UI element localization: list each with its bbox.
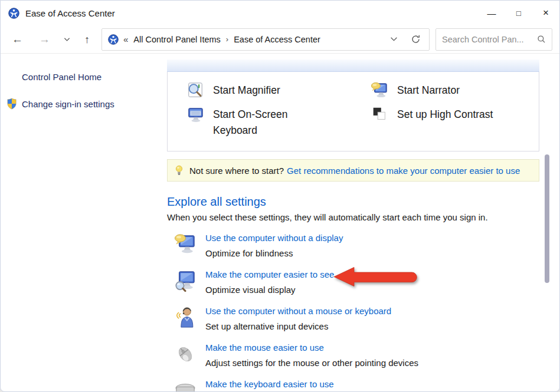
window-controls: — □ × — [478, 1, 559, 25]
title-bar: Ease of Access Center — □ × — [1, 1, 559, 25]
breadcrumb-ease-of-access-center[interactable]: Ease of Access Center — [234, 35, 320, 44]
chevron-down-icon — [390, 37, 398, 42]
main-area: Control Panel Home Change — [1, 54, 559, 391]
monitor-magnifier-icon — [174, 269, 197, 292]
ease-of-access-logo-icon — [8, 8, 19, 19]
start-onscreen-keyboard-link[interactable]: Start On-Screen Keyboard — [186, 106, 371, 139]
maximize-button[interactable]: □ — [505, 1, 532, 25]
sidebar-item-control-panel-home[interactable]: Control Panel Home — [6, 72, 167, 82]
tip-bar: Not sure where to start? Get recommendat… — [167, 159, 539, 182]
setting-link[interactable]: Make the computer easier to see — [205, 269, 334, 279]
ease-of-access-logo-icon — [108, 34, 119, 45]
page-content: Start Magnifier Start Narrator — [167, 54, 539, 391]
address-history-dropdown[interactable] — [387, 37, 401, 42]
setting-text: Use the computer without a mouse or keyb… — [205, 306, 391, 331]
window-title: Ease of Access Center — [25, 8, 115, 18]
uac-shield-icon — [6, 98, 17, 110]
setting-description: Set up alternative input devices — [205, 321, 391, 331]
start-magnifier-link[interactable]: Start Magnifier — [186, 81, 371, 99]
setting-link[interactable]: Make the mouse easier to use — [205, 342, 418, 353]
setting-link[interactable]: Use the computer without a display — [205, 233, 343, 243]
page-banner-remnant — [167, 60, 539, 72]
sidebar: Control Panel Home Change — [1, 54, 167, 391]
refresh-button[interactable] — [411, 34, 421, 44]
magnifier-icon — [186, 81, 204, 99]
address-bar[interactable]: « All Control Panel Items › Ease of Acce… — [101, 28, 430, 51]
forward-button[interactable]: → — [39, 34, 50, 45]
recent-pages-dropdown[interactable] — [64, 37, 70, 42]
sidebar-item-label: Change sign-in settings — [22, 99, 114, 109]
tip-text: Not sure where to start? — [189, 166, 284, 176]
get-recommendations-link[interactable]: Get recommendations to make your compute… — [287, 166, 520, 176]
vertical-scrollbar-thumb[interactable] — [545, 154, 549, 283]
quick-tool-label: Set up High Contrast — [397, 106, 493, 123]
explore-all-settings-heading: Explore all settings — [167, 195, 539, 209]
back-button[interactable]: ← — [12, 34, 23, 45]
search-icon — [537, 35, 546, 44]
monitor-speech-icon — [174, 233, 197, 255]
settings-list: Use the computer without a display Optim… — [167, 233, 539, 392]
setting-use-computer-without-mouse-or-keyboard: Use the computer without a mouse or keyb… — [167, 306, 539, 331]
narrator-monitor-icon — [371, 81, 388, 99]
setting-link[interactable]: Use the computer without a mouse or keyb… — [205, 306, 391, 316]
quick-tool-label: Start On-Screen Keyboard — [213, 106, 312, 139]
navigation-toolbar: ← → ↑ « All Control Panel Items › Ease o… — [1, 25, 559, 54]
setup-high-contrast-link[interactable]: Set up High Contrast — [371, 106, 539, 139]
setting-make-computer-easier-to-see: Make the computer easier to see Optimize… — [167, 269, 539, 295]
sidebar-icon-slot — [6, 98, 22, 110]
breadcrumb-separator[interactable]: › — [226, 35, 228, 44]
setting-text: Make the keyboard easier to use — [205, 379, 334, 389]
setting-description: Adjust settings for the mouse or other p… — [205, 358, 418, 368]
up-button[interactable]: ↑ — [84, 34, 90, 45]
setting-make-mouse-easier-to-use: Make the mouse easier to use Adjust sett… — [167, 342, 539, 368]
explore-subtitle: When you select these settings, they wil… — [167, 212, 539, 222]
quick-access-box: Start Magnifier Start Narrator — [167, 72, 539, 151]
onscreen-keyboard-icon — [186, 106, 204, 123]
breadcrumb-all-control-panel-items[interactable]: All Control Panel Items — [133, 35, 220, 44]
breadcrumb-overflow-chevrons[interactable]: « — [123, 34, 128, 44]
sidebar-item-label: Control Panel Home — [22, 72, 101, 82]
setting-link[interactable]: Make the keyboard easier to use — [205, 379, 334, 389]
search-box[interactable] — [435, 28, 552, 51]
refresh-icon — [411, 34, 421, 44]
start-narrator-link[interactable]: Start Narrator — [371, 81, 539, 99]
sidebar-item-change-signin-settings[interactable]: Change sign-in settings — [6, 98, 167, 110]
quick-tool-label: Start Magnifier — [213, 81, 280, 98]
setting-make-keyboard-easier-to-use: Make the keyboard easier to use — [167, 379, 539, 392]
chevron-down-icon — [64, 37, 70, 42]
person-speaking-icon — [174, 306, 197, 328]
setting-text: Make the computer easier to see Optimize… — [205, 269, 334, 295]
lightbulb-icon — [175, 165, 183, 176]
setting-use-computer-without-display: Use the computer without a display Optim… — [167, 233, 539, 258]
close-button[interactable]: × — [532, 1, 559, 25]
setting-text: Use the computer without a display Optim… — [205, 233, 343, 258]
quick-tool-label: Start Narrator — [397, 81, 460, 98]
ease-of-access-window: Ease of Access Center — □ × ← → ↑ « All … — [0, 0, 560, 392]
minimize-button[interactable]: — — [478, 1, 505, 25]
high-contrast-icon — [371, 106, 388, 123]
mouse-icon — [174, 342, 197, 365]
search-input[interactable] — [442, 35, 533, 44]
setting-description: Optimize for blindness — [205, 248, 343, 258]
setting-description: Optimize visual display — [205, 285, 334, 295]
keyboard-icon — [174, 379, 197, 392]
setting-text: Make the mouse easier to use Adjust sett… — [205, 342, 418, 368]
